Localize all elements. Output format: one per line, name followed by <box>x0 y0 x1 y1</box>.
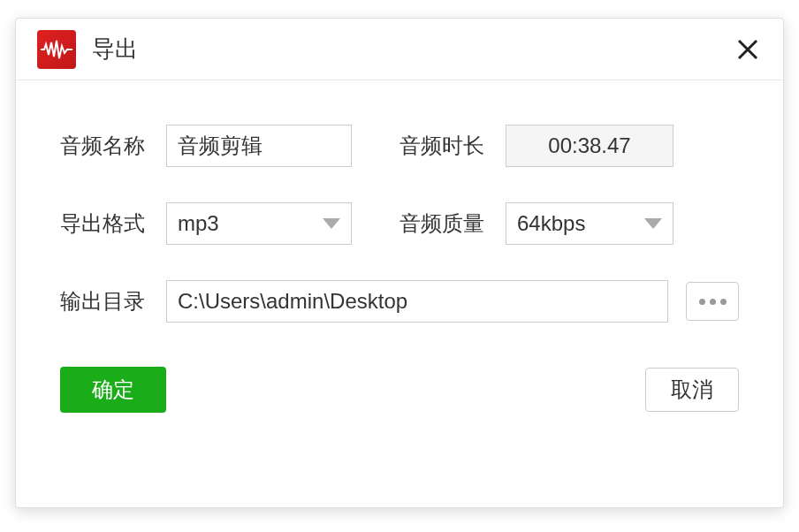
ellipsis-icon <box>710 299 716 305</box>
export-format-value: mp3 <box>178 211 219 236</box>
audio-duration-group: 音频时长 00:38.47 <box>400 125 739 167</box>
audio-duration-value: 00:38.47 <box>506 125 673 167</box>
export-dialog: 导出 音频名称 音频时长 00:38.47 导出格式 mp3 <box>15 18 784 508</box>
ellipsis-icon <box>699 299 705 305</box>
audio-quality-group: 音频质量 64kbps <box>400 202 739 245</box>
row-name-duration: 音频名称 音频时长 00:38.47 <box>60 125 739 167</box>
export-format-select[interactable]: mp3 <box>166 202 352 245</box>
audio-name-input[interactable] <box>166 125 352 167</box>
dialog-title: 导出 <box>92 34 730 65</box>
audio-duration-label: 音频时长 <box>400 132 506 160</box>
row-format-quality: 导出格式 mp3 音频质量 64kbps <box>60 202 739 245</box>
chevron-down-icon <box>644 218 662 229</box>
output-dir-label: 输出目录 <box>60 287 166 315</box>
audio-name-group: 音频名称 <box>60 125 400 167</box>
app-icon <box>37 30 76 69</box>
cancel-button[interactable]: 取消 <box>645 368 739 412</box>
export-format-group: 导出格式 mp3 <box>60 202 400 245</box>
audio-quality-label: 音频质量 <box>400 209 506 238</box>
row-output-dir: 输出目录 <box>60 280 739 323</box>
close-icon <box>737 39 758 60</box>
dialog-content: 音频名称 音频时长 00:38.47 导出格式 mp3 音频质量 64kbps <box>16 80 783 507</box>
audio-quality-value: 64kbps <box>517 211 585 236</box>
waveform-icon <box>41 39 72 60</box>
export-format-label: 导出格式 <box>60 209 166 238</box>
ellipsis-icon <box>720 299 727 305</box>
output-dir-input[interactable] <box>166 280 668 323</box>
titlebar: 导出 <box>16 19 783 80</box>
dialog-footer: 确定 取消 <box>60 367 739 413</box>
close-button[interactable] <box>730 32 765 67</box>
audio-name-label: 音频名称 <box>60 132 166 160</box>
browse-button[interactable] <box>686 282 739 321</box>
confirm-button[interactable]: 确定 <box>60 367 166 413</box>
chevron-down-icon <box>323 218 340 229</box>
audio-quality-select[interactable]: 64kbps <box>506 202 673 245</box>
